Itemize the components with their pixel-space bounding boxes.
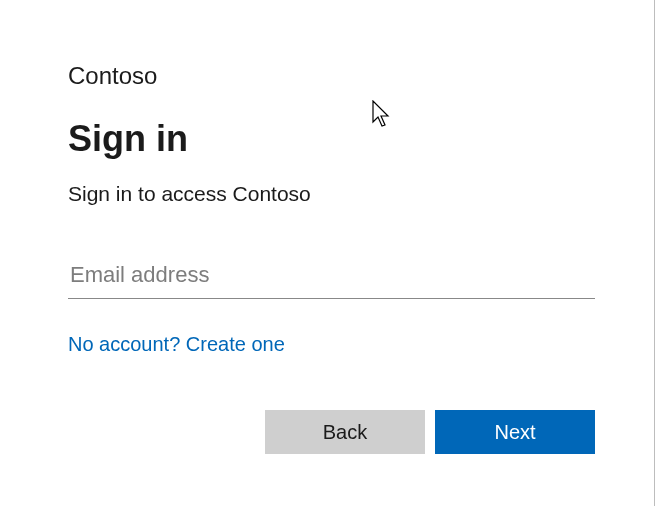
button-row: Back Next [68, 410, 595, 454]
signin-card: Contoso Sign in Sign in to access Contos… [0, 0, 663, 494]
brand-name: Contoso [68, 62, 595, 90]
create-account-link[interactable]: No account? Create one [68, 333, 285, 356]
right-border [654, 0, 655, 506]
back-button[interactable]: Back [265, 410, 425, 454]
next-button[interactable]: Next [435, 410, 595, 454]
page-title: Sign in [68, 118, 595, 160]
email-field[interactable] [68, 256, 595, 299]
page-subtitle: Sign in to access Contoso [68, 182, 595, 206]
